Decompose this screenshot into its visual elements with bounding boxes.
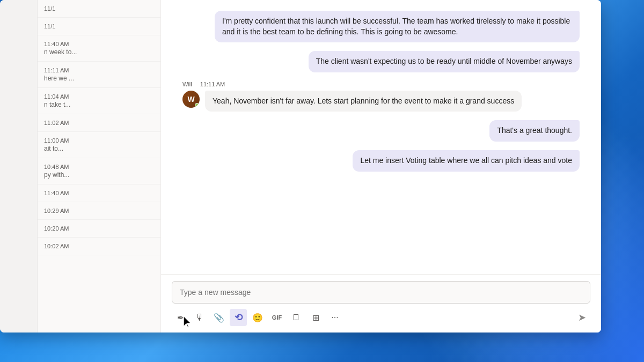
sidebar <box>0 0 38 333</box>
message-bubble: Let me insert Voting table where we all … <box>353 150 580 172</box>
message-row: That's a great thought. <box>182 120 580 142</box>
send-icon: ➤ <box>578 312 586 323</box>
format-icon: ✒ <box>177 313 184 323</box>
conv-time: 11/1 <box>44 5 154 12</box>
audio-icon: 🎙 <box>195 313 204 322</box>
message-bubble: Yeah, November isn't far away. Lets star… <box>205 91 522 112</box>
meet-icon: ⊞ <box>312 313 319 323</box>
message-bubble: That's a great thought. <box>489 120 580 142</box>
chat-area: I'm pretty confident that this launch wi… <box>161 0 601 333</box>
toolbar: ✒ 🎙 📎 ⟲ 🙂 GIF 🗒 <box>172 309 590 326</box>
conv-time: 11:00 AM <box>44 137 154 144</box>
conversation-item[interactable]: 10:20 AM <box>38 220 160 238</box>
attach-button[interactable]: 📎 <box>210 309 228 326</box>
message-with-avatar: W Yeah, November isn't far away. Lets st… <box>182 91 522 112</box>
input-area: ✒ 🎙 📎 ⟲ 🙂 GIF 🗒 <box>161 274 601 333</box>
message-bubble: I'm pretty confident that this launch wi… <box>215 11 580 42</box>
message-row: The client wasn't expecting us to be rea… <box>182 51 580 72</box>
meet-button[interactable]: ⊞ <box>307 309 324 326</box>
conv-time: 11:02 AM <box>44 120 154 126</box>
message-row: I'm pretty confident that this launch wi… <box>182 11 580 42</box>
loop-icon: ⟲ <box>235 312 243 323</box>
conv-time: 10:48 AM <box>44 164 154 170</box>
conversation-item[interactable]: 10:48 AM py with... <box>38 158 160 184</box>
conversation-item[interactable]: 11:02 AM <box>38 114 160 132</box>
conv-preview: here we ... <box>44 75 154 82</box>
messages-container: I'm pretty confident that this launch wi… <box>161 0 601 274</box>
conversation-item[interactable]: 11:40 AM n week to... <box>38 35 160 62</box>
conv-preview: n week to... <box>44 48 154 56</box>
message-input[interactable] <box>172 281 590 304</box>
conv-time: 11:04 AM <box>44 93 154 100</box>
avatar: W <box>182 91 200 108</box>
loop-button[interactable]: ⟲ <box>230 309 247 326</box>
conv-time: 11:40 AM <box>44 41 154 47</box>
send-button[interactable]: ➤ <box>573 309 590 326</box>
conv-time: 11:11 AM <box>44 67 154 73</box>
avatar-status-indicator <box>195 103 199 107</box>
conversation-item[interactable]: 11/1 <box>38 0 160 18</box>
conversation-item[interactable]: 10:29 AM <box>38 202 160 220</box>
attach-icon: 📎 <box>214 313 224 323</box>
more-options-button[interactable]: ··· <box>326 309 343 326</box>
conv-preview: py with... <box>44 171 154 179</box>
message-sender-line: Will 11:11 AM <box>182 81 225 87</box>
message-row: Let me insert Voting table where we all … <box>182 150 580 172</box>
message-bubble: The client wasn't expecting us to be rea… <box>309 51 580 72</box>
conversation-item[interactable]: 11:40 AM <box>38 184 160 202</box>
gif-icon: GIF <box>272 314 282 321</box>
conv-time: 10:20 AM <box>44 225 154 232</box>
conv-time: 11:40 AM <box>44 190 154 196</box>
conv-preview: ait to... <box>44 145 154 152</box>
emoji-icon: 🙂 <box>252 313 263 323</box>
sticker-icon: 🗒 <box>292 313 301 322</box>
format-button[interactable]: ✒ <box>172 309 189 326</box>
conv-preview: n take t... <box>44 101 154 108</box>
conv-time: 10:02 AM <box>44 243 154 249</box>
audio-button[interactable]: 🎙 <box>191 309 208 326</box>
conversation-item[interactable]: 11/1 <box>38 18 160 35</box>
sticker-button[interactable]: 🗒 <box>288 309 305 326</box>
message-time: 11:11 AM <box>200 81 225 87</box>
conv-time: 10:29 AM <box>44 208 154 214</box>
emoji-button[interactable]: 🙂 <box>249 309 266 326</box>
conversation-item[interactable]: 10:02 AM <box>38 238 160 255</box>
sender-name: Will <box>182 81 192 87</box>
more-icon: ··· <box>331 313 338 322</box>
conversation-item[interactable]: 11:00 AM ait to... <box>38 132 160 158</box>
conversation-item[interactable]: 11:04 AM n take t... <box>38 88 160 114</box>
gif-button[interactable]: GIF <box>268 309 286 326</box>
conv-time: 11/1 <box>44 23 154 29</box>
conversation-item[interactable]: 11:11 AM here we ... <box>38 62 160 88</box>
message-row: Will 11:11 AM W Yeah, November isn't far… <box>182 81 580 112</box>
teams-window: 11/1 11/1 11:40 AM n week to... 11:11 AM… <box>0 0 601 333</box>
conversation-list: 11/1 11/1 11:40 AM n week to... 11:11 AM… <box>38 0 161 333</box>
